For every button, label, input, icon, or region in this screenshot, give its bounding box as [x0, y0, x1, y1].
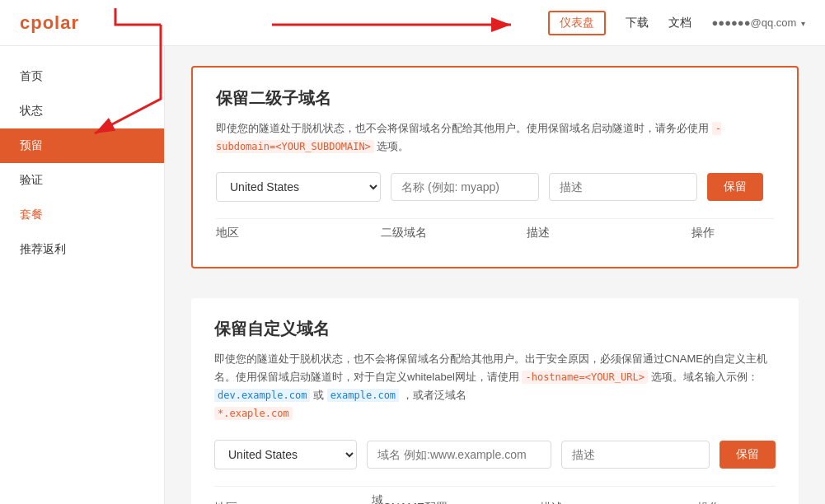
- custom-code1: -hostname=<YOUR_URL>: [522, 371, 648, 384]
- custom-example1: dev.example.com: [214, 389, 310, 402]
- custom-region-select[interactable]: United States China Europe: [214, 440, 357, 469]
- custom-domain-title: 保留自定义域名: [214, 318, 776, 340]
- custom-col-region: 地区: [214, 501, 372, 504]
- subdomain-form-row: United States China Europe 保留: [216, 172, 774, 202]
- custom-table-header: 地区 域名 CNAME配置 描述 操作: [214, 486, 776, 504]
- subdomain-section: 保留二级子域名 即使您的隧道处于脱机状态，也不会将保留域名分配给其他用户。使用保…: [191, 66, 799, 268]
- custom-domain-input[interactable]: [367, 441, 551, 469]
- sidebar-item-reserve[interactable]: 预留: [0, 128, 164, 163]
- custom-domain-desc: 即使您的隧道处于脱机状态，也不会将保留域名分配给其他用户。出于安全原因，必须保留…: [214, 350, 776, 422]
- dashboard-button[interactable]: 仪表盘: [548, 11, 606, 35]
- custom-col-desc: 描述: [540, 501, 697, 504]
- sidebar-item-verify[interactable]: 验证: [0, 163, 164, 198]
- header-nav: 仪表盘 下载 文档 ●●●●●●@qq.com ▾: [548, 11, 805, 35]
- subdomain-desc-input[interactable]: [549, 173, 697, 201]
- custom-wildcard: *.exaple.com: [214, 407, 293, 420]
- subdomain-title: 保留二级子域名: [216, 87, 774, 110]
- user-email: ●●●●●●@qq.com ▾: [711, 16, 805, 29]
- custom-desc-input[interactable]: [561, 441, 710, 469]
- custom-save-button[interactable]: 保留: [720, 441, 776, 469]
- subdomain-desc-text1: 即使您的隧道处于脱机状态，也不会将保留域名分配给其他用户。使用保留域名启动隧道时…: [216, 122, 709, 134]
- custom-domain-form-row: United States China Europe 保留: [214, 440, 776, 469]
- custom-domain-section: 保留自定义域名 即使您的隧道处于脱机状态，也不会将保留域名分配给其他用户。出于安…: [191, 298, 799, 504]
- subdomain-col-desc: 描述: [527, 226, 691, 240]
- download-link[interactable]: 下载: [626, 16, 649, 30]
- sidebar: 首页 状态 预留 验证 套餐 推荐返利: [0, 46, 165, 504]
- subdomain-save-button[interactable]: 保留: [707, 173, 763, 201]
- layout: 首页 状态 预留 验证 套餐 推荐返利 保留二级子域名 即使您的隧道处于脱机状态…: [0, 46, 825, 504]
- custom-desc-text3: 或: [313, 389, 324, 401]
- sidebar-item-home[interactable]: 首页: [0, 59, 164, 94]
- user-dropdown-arrow[interactable]: ▾: [801, 19, 805, 28]
- subdomain-col-region: 地区: [216, 226, 381, 240]
- main-content: 保留二级子域名 即使您的隧道处于脱机状态，也不会将保留域名分配给其他用户。使用保…: [165, 46, 825, 504]
- subdomain-desc-text2: 选项。: [377, 140, 409, 152]
- logo: cpolar: [20, 12, 79, 34]
- custom-example2: example.com: [327, 389, 399, 402]
- subdomain-table-header: 地区 二级域名 描述 操作: [216, 218, 774, 247]
- custom-desc-text4: ，或者泛域名: [402, 389, 466, 401]
- subdomain-col-subdomain: 二级域名: [381, 226, 527, 240]
- custom-col-domain: 域名: [372, 493, 383, 504]
- subdomain-name-input[interactable]: [391, 173, 539, 201]
- subdomain-desc: 即使您的隧道处于脱机状态，也不会将保留域名分配给其他用户。使用保留域名启动隧道时…: [216, 119, 774, 156]
- sidebar-item-referral[interactable]: 推荐返利: [0, 232, 164, 267]
- custom-desc-text2: 选项。域名输入示例：: [651, 371, 758, 383]
- docs-link[interactable]: 文档: [668, 16, 691, 30]
- subdomain-region-select[interactable]: United States China Europe: [216, 172, 381, 202]
- sidebar-item-plan[interactable]: 套餐: [0, 198, 164, 232]
- subdomain-col-action: 操作: [691, 226, 774, 240]
- sidebar-item-status[interactable]: 状态: [0, 94, 164, 128]
- custom-col-action: 操作: [697, 501, 776, 504]
- custom-col-cname: CNAME配置: [383, 501, 541, 504]
- header: cpolar 仪表盘 下载 文档 ●●●●●●@qq.com ▾: [0, 0, 825, 46]
